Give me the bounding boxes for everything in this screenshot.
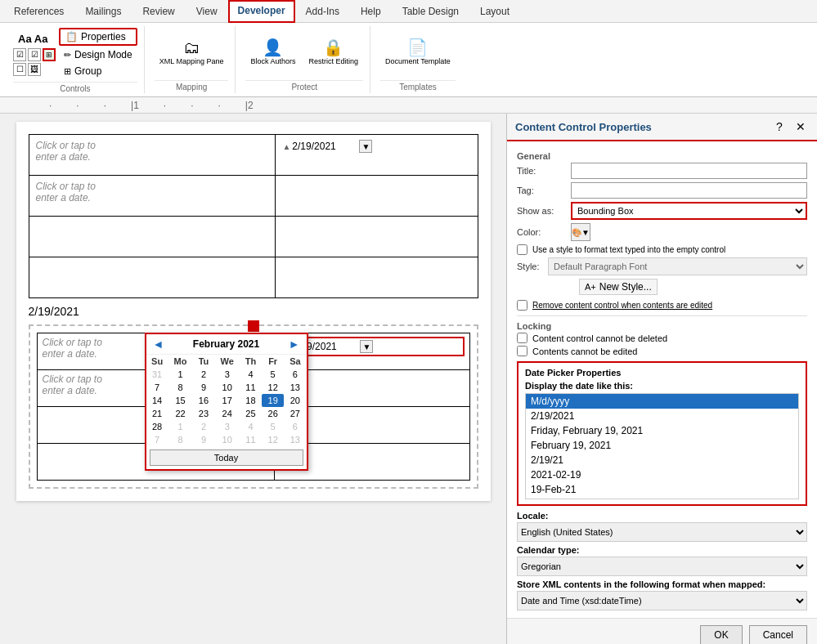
group-button[interactable]: ⊞ Group: [59, 64, 137, 78]
panel-close-btn[interactable]: ✕: [792, 119, 809, 135]
tab-help[interactable]: Help: [350, 0, 392, 22]
lock-cb2[interactable]: [517, 346, 527, 356]
tab-mailings[interactable]: Mailings: [74, 0, 132, 22]
xml-format-select[interactable]: Date and Time (xsd:dateTime): [517, 591, 807, 610]
locking-cb1-row: Content control cannot be deleted: [517, 333, 807, 343]
document-template-button[interactable]: 📄 Document Template: [380, 38, 456, 67]
date-format-item[interactable]: 2.19.2021: [526, 497, 798, 499]
color-controls: 🎨▼: [571, 223, 590, 241]
cal-day[interactable]: 27: [284, 407, 306, 420]
cal-day[interactable]: 5: [262, 420, 284, 433]
cal-day[interactable]: 6: [284, 420, 306, 433]
cal-day[interactable]: 23: [192, 407, 214, 420]
cal-day[interactable]: 4: [240, 420, 262, 433]
xml-mapping-pane-button[interactable]: 🗂 XML Mapping Pane: [155, 38, 229, 67]
cal-day[interactable]: 11: [240, 381, 262, 394]
cal-day[interactable]: 24: [215, 407, 240, 420]
cal-day[interactable]: 3: [215, 368, 240, 381]
cal-day[interactable]: 6: [284, 368, 306, 381]
tab-view[interactable]: View: [186, 0, 228, 22]
block-authors-icon: 👤: [263, 39, 283, 56]
remove-checkbox[interactable]: [517, 300, 527, 311]
cal-day[interactable]: 16: [192, 394, 214, 407]
today-button[interactable]: Today: [150, 449, 303, 466]
new-style-btn[interactable]: A+ New Style...: [579, 279, 658, 295]
block-authors-button[interactable]: 👤 Block Authors: [245, 38, 300, 67]
cancel-button[interactable]: Cancel: [749, 625, 807, 644]
cal-day[interactable]: 7: [146, 433, 168, 446]
style-select-wrapper[interactable]: Default Paragraph Font: [548, 257, 807, 275]
tab-review[interactable]: Review: [132, 0, 185, 22]
date-format-item[interactable]: 19-Feb-21: [526, 482, 798, 497]
cal-day[interactable]: 22: [168, 407, 193, 420]
table-cell-1-2[interactable]: ▲ ▼: [276, 135, 478, 176]
cal-day[interactable]: 8: [168, 433, 193, 446]
date-format-item[interactable]: 2021-02-19: [526, 467, 798, 482]
style-row: Style: Default Paragraph Font: [517, 257, 807, 275]
lock-cb1[interactable]: [517, 333, 527, 343]
tab-references[interactable]: References: [3, 0, 74, 22]
show-as-select-wrapper[interactable]: Bounding Box: [571, 202, 807, 220]
cal-day[interactable]: 4: [240, 368, 262, 381]
date-input-1[interactable]: [292, 141, 357, 152]
date-dropdown-btn-1[interactable]: ▼: [359, 140, 372, 153]
date-format-list[interactable]: M/d/yyyy2/19/2021Friday, February 19, 20…: [525, 393, 799, 499]
cal-day[interactable]: 20: [284, 394, 306, 407]
cal-day[interactable]: 21: [146, 407, 168, 420]
style-select[interactable]: Default Paragraph Font: [549, 260, 806, 273]
move-handle[interactable]: [248, 320, 259, 332]
cal-day[interactable]: 13: [284, 381, 306, 394]
design-mode-button[interactable]: ✏ Design Mode: [59, 47, 137, 62]
date-format-item[interactable]: 2/19/21: [526, 453, 798, 467]
show-as-select[interactable]: Bounding Box: [572, 204, 806, 217]
tag-input[interactable]: [571, 182, 807, 199]
ok-button[interactable]: OK: [700, 625, 742, 644]
tab-developer[interactable]: Developer: [228, 0, 295, 23]
cal-next-btn[interactable]: ►: [289, 338, 300, 351]
cal-day[interactable]: 31: [146, 368, 168, 381]
cal-day[interactable]: 2: [192, 420, 214, 433]
cal-day[interactable]: 3: [215, 420, 240, 433]
cal-day[interactable]: 10: [215, 433, 240, 446]
cal-day[interactable]: 7: [146, 381, 168, 394]
cal-day[interactable]: 28: [146, 420, 168, 433]
cal-day[interactable]: 9: [192, 433, 214, 446]
tab-table-design[interactable]: Table Design: [392, 0, 469, 22]
cal-day[interactable]: 8: [168, 381, 193, 394]
locale-select[interactable]: English (United States): [517, 522, 807, 542]
calendar-type-select[interactable]: Gregorian: [517, 557, 807, 576]
cal-day[interactable]: 1: [168, 420, 193, 433]
xml-format-label: Store XML contents in the following form…: [517, 579, 807, 589]
date-format-item[interactable]: M/d/yyyy: [526, 394, 798, 409]
style-checkbox[interactable]: [517, 244, 527, 255]
cal-day[interactable]: 15: [168, 394, 193, 407]
cal-day[interactable]: 14: [146, 394, 168, 407]
cal-day[interactable]: 5: [262, 368, 284, 381]
panel-help-btn[interactable]: ?: [771, 119, 788, 135]
cal-day[interactable]: 13: [284, 433, 306, 446]
title-input[interactable]: [571, 163, 807, 179]
color-picker-btn[interactable]: 🎨▼: [571, 223, 590, 241]
cal-day[interactable]: 18: [240, 394, 262, 407]
cal-day[interactable]: 26: [262, 407, 284, 420]
date-format-item[interactable]: February 19, 2021: [526, 438, 798, 453]
cal-day[interactable]: 1: [168, 368, 193, 381]
aa-btn[interactable]: Aa Aa: [13, 31, 52, 47]
cal-day[interactable]: 25: [240, 407, 262, 420]
cal-day[interactable]: 10: [215, 381, 240, 394]
date-dropdown-btn-2[interactable]: ▼: [360, 340, 373, 353]
tab-layout[interactable]: Layout: [469, 0, 520, 22]
cal-day[interactable]: 2: [192, 368, 214, 381]
cal-day[interactable]: 12: [262, 433, 284, 446]
cal-prev-btn[interactable]: ◄: [153, 338, 164, 351]
cal-day[interactable]: 12: [262, 381, 284, 394]
cal-day[interactable]: 19: [262, 394, 284, 407]
properties-button[interactable]: 📋 Properties: [59, 28, 137, 46]
date-format-item[interactable]: 2/19/2021: [526, 409, 798, 423]
cal-day[interactable]: 17: [215, 394, 240, 407]
tab-addins[interactable]: Add-Ins: [295, 0, 350, 22]
restrict-editing-button[interactable]: 🔒 Restrict Editing: [303, 38, 363, 67]
cal-day[interactable]: 11: [240, 433, 262, 446]
date-format-item[interactable]: Friday, February 19, 2021: [526, 423, 798, 438]
cal-day[interactable]: 9: [192, 381, 214, 394]
